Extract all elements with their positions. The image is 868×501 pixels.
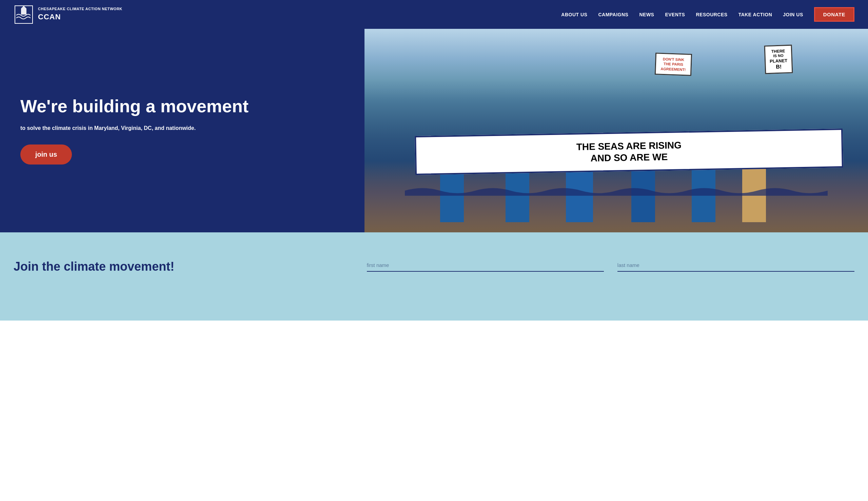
nav-news[interactable]: NEWS [639,12,654,17]
main-nav: ABOUT US CAMPAIGNS NEWS EVENTS RESOURCES… [561,7,855,22]
protest-sign-paris: DON'T SINK THE PARIS AGREEMENT! [655,53,692,76]
hero-heading: We're building a movement [20,97,344,116]
join-heading: Join the climate movement! [13,259,367,274]
hero-subtext: to solve the climate crisis in Maryland,… [20,124,344,132]
nav-join-us[interactable]: JOIN US [783,12,803,17]
last-name-input[interactable] [617,259,855,272]
logo[interactable]: CHESAPEAKE CLIMATE ACTION NETWORK ccan [13,4,122,25]
lower-left-panel: Join the climate movement! [13,253,367,274]
nav-about-us[interactable]: ABOUT US [561,12,587,17]
signup-form [367,253,855,272]
hero-left-panel: We're building a movement to solve the c… [0,29,365,232]
nav-take-action[interactable]: TAKE ACTION [738,12,772,17]
logo-text: CHESAPEAKE CLIMATE ACTION NETWORK ccan [38,7,122,22]
hero-section: We're building a movement to solve the c… [0,29,868,232]
last-name-field[interactable] [617,259,855,272]
nav-events[interactable]: EVENTS [665,12,685,17]
protest-sign-planet-b: THERE IS NO PLANET B! [764,45,793,74]
hero-photo: THERE IS NO PLANET B! DON'T SINK THE PAR… [365,29,868,232]
ccan-logo-icon [13,4,34,25]
join-us-button[interactable]: join us [20,145,72,164]
main-protest-banner: THE SEAS ARE RISING AND SO ARE WE [415,129,843,175]
first-name-field[interactable] [367,259,604,272]
donate-button[interactable]: DONATE [814,7,855,22]
wave-decoration [405,185,828,196]
nav-resources[interactable]: RESOURCES [696,12,727,17]
hero-image: THERE IS NO PLANET B! DON'T SINK THE PAR… [365,29,868,232]
nav-campaigns[interactable]: CAMPAIGNS [598,12,628,17]
svg-rect-2 [21,9,26,14]
lower-section: Join the climate movement! [0,232,868,321]
first-name-input[interactable] [367,259,604,272]
site-header: CHESAPEAKE CLIMATE ACTION NETWORK ccan A… [0,0,868,29]
